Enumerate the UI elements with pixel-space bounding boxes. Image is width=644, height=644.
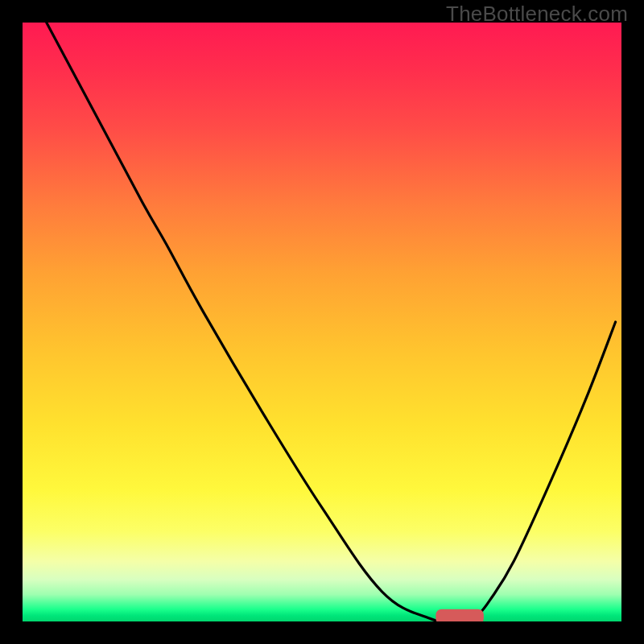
- bottleneck-curve: [47, 23, 616, 621]
- optimal-marker: [436, 609, 484, 621]
- plot-area: [23, 23, 621, 621]
- chart-container: TheBottleneck.com: [0, 0, 644, 644]
- chart-overlay: [23, 23, 621, 621]
